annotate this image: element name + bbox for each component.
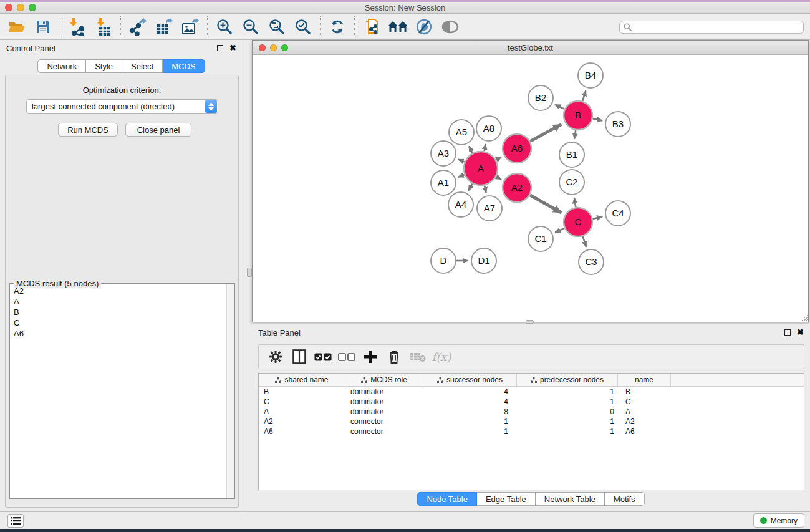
column-header-name[interactable]: name	[618, 374, 671, 386]
close-table-panel-icon[interactable]: ✖	[797, 329, 804, 336]
search-input[interactable]	[635, 23, 799, 32]
table-tab-edge-table[interactable]: Edge Table	[477, 492, 536, 506]
zoom-in-icon[interactable]	[213, 16, 236, 37]
table-row[interactable]: A6connector11A6	[259, 427, 804, 437]
edge-A-A6[interactable]	[496, 157, 502, 160]
select-all-icon[interactable]	[312, 347, 334, 366]
graph-node-B1[interactable]: B1	[559, 142, 584, 167]
search-box[interactable]	[619, 21, 804, 34]
edge-C-C2[interactable]	[574, 198, 576, 207]
birds-eye-icon[interactable]	[439, 16, 461, 37]
network-window-titlebar[interactable]: testGlobe.txt	[253, 41, 808, 55]
result-list-item[interactable]: A2	[11, 286, 226, 296]
table-cell[interactable]: 1	[517, 397, 618, 406]
column-header-shared-name[interactable]: shared name	[259, 374, 345, 386]
table-cell[interactable]: B	[618, 387, 671, 396]
open-session-icon[interactable]	[6, 16, 28, 37]
zoom-network-button[interactable]	[281, 44, 288, 51]
graph-node-B3[interactable]: B3	[605, 112, 630, 137]
table-cell[interactable]: dominator	[345, 387, 423, 396]
close-panel-button[interactable]: Close panel	[125, 123, 191, 137]
column-header-successor-nodes[interactable]: successor nodes	[423, 374, 517, 386]
graph-node-A7[interactable]: A7	[477, 196, 502, 221]
table-row[interactable]: Adominator80A	[259, 407, 804, 417]
edge-A-A8[interactable]	[485, 144, 486, 152]
vertical-divider-handle[interactable]	[247, 268, 252, 277]
edge-A-A2[interactable]	[496, 177, 501, 179]
destroy-table-icon[interactable]	[407, 347, 428, 366]
tab-mcds[interactable]: MCDS	[163, 59, 205, 73]
edge-A6-B[interactable]	[530, 125, 561, 142]
export-table-icon[interactable]	[153, 16, 175, 37]
float-panel-icon[interactable]	[217, 45, 223, 51]
result-list-item[interactable]: A	[11, 296, 226, 307]
table-row[interactable]: A2connector11A2	[259, 417, 804, 427]
tab-network[interactable]: Network	[37, 59, 86, 73]
zoom-fit-icon[interactable]	[266, 16, 288, 37]
graph-node-C3[interactable]: C3	[579, 249, 604, 274]
table-tab-network-table[interactable]: Network Table	[536, 492, 605, 506]
home-icon[interactable]	[387, 16, 409, 37]
table-row[interactable]: Bdominator41B	[259, 387, 804, 397]
tab-select[interactable]: Select	[122, 59, 163, 73]
run-mcds-button[interactable]: Run MCDS	[58, 123, 118, 137]
table-cell[interactable]: A6	[618, 427, 671, 436]
graph-node-D[interactable]: D	[431, 248, 456, 273]
graph-node-C1[interactable]: C1	[528, 226, 553, 251]
export-image-icon[interactable]	[179, 16, 201, 37]
memory-button[interactable]: Memory	[753, 513, 804, 528]
resize-grip[interactable]	[799, 313, 808, 321]
gear-icon[interactable]	[265, 347, 286, 366]
edge-B-B3[interactable]	[592, 118, 602, 120]
network-canvas[interactable]: A5A8A6A3AA1A2A4A7B2B4BB3B1C2C4CC1C3DD1	[253, 55, 808, 322]
edge-B-B4[interactable]	[582, 90, 586, 101]
export-network-icon[interactable]	[127, 16, 149, 37]
edge-C-C3[interactable]	[582, 236, 586, 247]
result-scrollbar[interactable]	[226, 284, 234, 498]
graph-node-A8[interactable]: A8	[476, 116, 501, 141]
zoom-selected-icon[interactable]	[292, 16, 314, 37]
column-selector-icon[interactable]	[289, 347, 310, 366]
criterion-dropdown[interactable]: largest connected component (directed)	[26, 99, 218, 114]
horizontal-divider-handle[interactable]	[526, 320, 534, 324]
result-list-item[interactable]: C	[11, 317, 226, 328]
table-cell[interactable]: 4	[423, 387, 517, 396]
graph-node-A3[interactable]: A3	[431, 141, 456, 166]
import-network-icon[interactable]	[66, 16, 89, 37]
add-column-icon[interactable]	[360, 347, 381, 366]
table-cell[interactable]: dominator	[345, 407, 423, 416]
graph-node-B4[interactable]: B4	[578, 63, 603, 88]
table-cell[interactable]: connector	[345, 427, 423, 436]
graphics-details-icon[interactable]	[413, 16, 435, 37]
table-tab-motifs[interactable]: Motifs	[605, 492, 645, 506]
table-cell[interactable]: connector	[345, 417, 423, 426]
task-history-button[interactable]	[7, 514, 24, 528]
column-header-predecessor-nodes[interactable]: predecessor nodes	[517, 374, 618, 386]
edge-A-A4[interactable]	[468, 184, 472, 191]
table-cell[interactable]: 1	[517, 417, 618, 426]
table-cell[interactable]: A	[618, 407, 671, 416]
minimize-window-button[interactable]	[17, 4, 24, 11]
edge-A-A5[interactable]	[469, 146, 473, 153]
unselect-all-icon[interactable]	[336, 347, 357, 366]
graph-node-C[interactable]: C	[564, 208, 592, 236]
graph-node-A[interactable]: A	[464, 152, 498, 185]
table-cell[interactable]: C	[618, 397, 671, 406]
edge-C-C1[interactable]	[555, 228, 564, 233]
graph-node-A1[interactable]: A1	[431, 170, 456, 195]
float-table-panel-icon[interactable]	[784, 329, 791, 336]
save-session-icon[interactable]	[32, 16, 54, 37]
table-cell[interactable]: 1	[517, 387, 618, 396]
table-cell[interactable]: 4	[423, 397, 517, 406]
minimize-network-button[interactable]	[270, 44, 277, 51]
graph-node-B2[interactable]: B2	[528, 85, 553, 110]
import-table-icon[interactable]	[92, 16, 115, 37]
table-tab-node-table[interactable]: Node Table	[417, 492, 477, 506]
edge-B-B2[interactable]	[555, 105, 564, 109]
tab-style[interactable]: Style	[86, 59, 122, 73]
table-cell[interactable]: A2	[618, 417, 671, 426]
close-window-button[interactable]	[5, 4, 12, 11]
graph-node-B[interactable]: B	[564, 101, 592, 130]
table-cell[interactable]: 8	[423, 407, 517, 416]
graph-node-A6[interactable]: A6	[503, 134, 531, 163]
